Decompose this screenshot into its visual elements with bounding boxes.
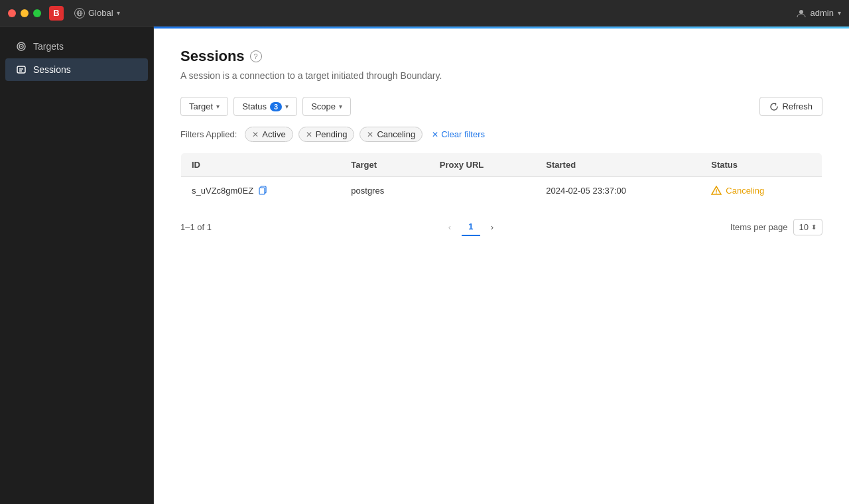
table-body: s_uVZc8gm0EZ postgres 2024-02-05 23:37:0… [181, 177, 822, 204]
user-icon [796, 8, 807, 19]
refresh-label: Refresh [782, 101, 813, 111]
clear-filters-label: Clear filters [441, 129, 485, 139]
target-filter-label: Target [189, 101, 213, 111]
main-layout: Targets Sessions Sessions ? A session is… [0, 27, 849, 504]
sessions-table: ID Target Proxy URL Started Status s_uVZ… [180, 153, 822, 204]
prev-page-button[interactable]: ‹ [440, 218, 459, 236]
page-title: Sessions [180, 48, 245, 65]
col-header-id: ID [181, 153, 341, 177]
per-page-value: 10 [799, 222, 809, 232]
col-header-status: Status [700, 153, 822, 177]
sessions-icon [16, 64, 27, 75]
status-label: Canceling [726, 186, 764, 196]
filter-tag-canceling-label: Canceling [377, 129, 415, 139]
minimize-button[interactable] [21, 9, 29, 17]
items-per-page-control: Items per page 10 ⬍ [730, 219, 822, 235]
page-header: Sessions ? [180, 48, 822, 65]
id-cell: s_uVZc8gm0EZ [192, 185, 330, 196]
maximize-button[interactable] [33, 9, 41, 17]
close-button[interactable] [8, 9, 16, 17]
remove-pending-icon[interactable]: ✕ [306, 131, 312, 139]
items-per-page-label: Items per page [730, 222, 788, 232]
user-chevron-icon: ▾ [838, 9, 841, 17]
accent-bar [154, 27, 849, 29]
scope-filter-label: Scope [311, 101, 336, 111]
remove-active-icon[interactable]: ✕ [252, 131, 259, 139]
sidebar-item-sessions[interactable]: Sessions [5, 58, 148, 81]
page-description: A session is a connection to a target in… [180, 70, 822, 81]
help-icon[interactable]: ? [250, 50, 262, 62]
col-header-proxy-url: Proxy URL [429, 153, 536, 177]
scope-chevron-icon: ▾ [339, 103, 342, 110]
sidebar-sessions-label: Sessions [33, 64, 71, 75]
table-row: s_uVZc8gm0EZ postgres 2024-02-05 23:37:0… [181, 177, 822, 204]
target-filter-button[interactable]: Target ▾ [180, 97, 228, 116]
cell-target: postgres [340, 177, 428, 204]
warning-icon [711, 185, 722, 196]
refresh-icon [769, 102, 779, 111]
per-page-chevron-icon: ⬍ [811, 223, 816, 231]
col-header-target: Target [340, 153, 428, 177]
status-filter-button[interactable]: Status 3 ▾ [233, 97, 297, 116]
svg-rect-7 [17, 66, 25, 73]
clear-filters-x-icon: ✕ [432, 130, 438, 139]
cell-id: s_uVZc8gm0EZ [181, 177, 341, 204]
target-icon [16, 41, 27, 52]
copy-id-icon[interactable] [257, 185, 268, 196]
pagination-count: 1–1 of 1 [180, 222, 212, 232]
svg-point-3 [799, 10, 803, 14]
session-id-value: s_uVZc8gm0EZ [192, 186, 253, 196]
remove-canceling-icon[interactable]: ✕ [367, 131, 373, 139]
svg-point-13 [716, 192, 718, 194]
window-controls [8, 9, 41, 17]
per-page-selector[interactable]: 10 ⬍ [793, 219, 822, 235]
user-menu[interactable]: admin ▾ [796, 8, 841, 19]
table-header: ID Target Proxy URL Started Status [181, 153, 822, 177]
user-label: admin [811, 8, 834, 18]
filter-tag-active[interactable]: ✕ Active [245, 127, 293, 142]
content-area: Sessions ? A session is a connection to … [154, 27, 849, 504]
global-scope-selector[interactable]: Global ▾ [74, 8, 120, 19]
target-chevron-icon: ▾ [216, 103, 220, 110]
filter-tag-canceling[interactable]: ✕ Canceling [359, 127, 423, 142]
filter-tag-active-label: Active [262, 129, 285, 139]
titlebar: B Global ▾ admin ▾ [0, 0, 849, 27]
page-1-button[interactable]: 1 [462, 218, 480, 236]
svg-point-6 [21, 46, 22, 47]
global-chevron-icon: ▾ [117, 9, 120, 17]
next-page-button[interactable]: › [483, 218, 501, 236]
clear-filters-button[interactable]: ✕ Clear filters [428, 127, 489, 141]
scope-filter-button[interactable]: Scope ▾ [302, 97, 351, 116]
status-canceling: Canceling [711, 185, 811, 196]
svg-rect-11 [259, 188, 265, 194]
app-logo: B [49, 6, 64, 21]
refresh-button[interactable]: Refresh [759, 97, 822, 116]
filters-applied-row: Filters Applied: ✕ Active ✕ Pending ✕ Ca… [180, 127, 822, 142]
sidebar: Targets Sessions [0, 27, 154, 504]
status-chevron-icon: ▾ [285, 103, 289, 110]
toolbar: Target ▾ Status 3 ▾ Scope ▾ Refresh [180, 97, 822, 116]
filter-tag-pending[interactable]: ✕ Pending [298, 127, 355, 142]
sidebar-item-targets[interactable]: Targets [5, 35, 148, 58]
sidebar-targets-label: Targets [33, 41, 64, 52]
cell-status: Canceling [700, 177, 822, 204]
cell-proxy-url [429, 177, 536, 204]
col-header-started: Started [535, 153, 700, 177]
filter-tag-pending-label: Pending [316, 129, 348, 139]
status-filter-label: Status [242, 101, 267, 111]
globe-icon [74, 8, 85, 19]
global-label: Global [88, 8, 113, 18]
status-filter-badge: 3 [270, 102, 282, 111]
pagination-controls: ‹ 1 › [440, 218, 501, 236]
cell-started: 2024-02-05 23:37:00 [535, 177, 700, 204]
filters-applied-label: Filters Applied: [180, 129, 237, 139]
pagination-row: 1–1 of 1 ‹ 1 › Items per page 10 ⬍ [180, 218, 822, 236]
